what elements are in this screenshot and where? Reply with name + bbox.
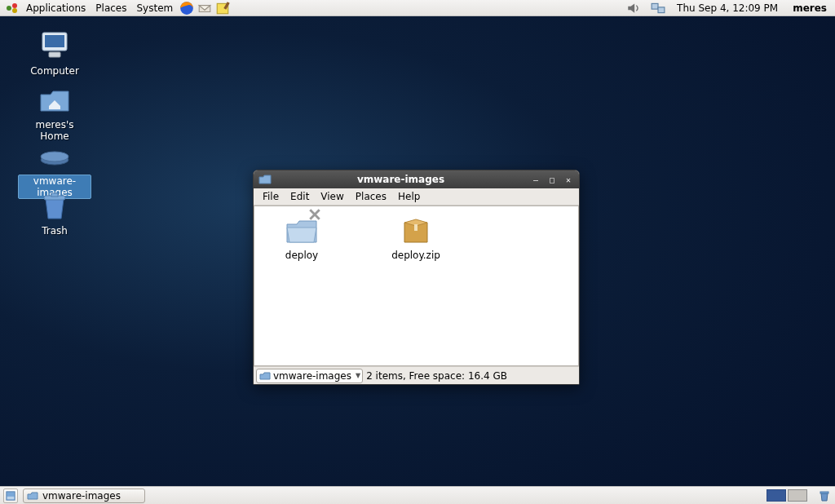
network-icon[interactable] (651, 1, 665, 15)
applications-menu[interactable]: Applications (21, 1, 91, 15)
desktop-icon-label: Computer (28, 65, 82, 77)
taskbar-button-label: vmware-images (42, 490, 121, 502)
workspace-2[interactable] (788, 489, 807, 502)
folder-icon (27, 490, 38, 502)
folder-icon (258, 173, 272, 186)
file-item-deploy-zip[interactable]: deploy.zip (383, 213, 448, 261)
svg-rect-17 (414, 224, 418, 231)
svg-rect-19 (7, 496, 15, 498)
menu-file[interactable]: File (257, 190, 285, 203)
home-folder-icon (38, 83, 72, 117)
window-menubar: File Edit View Places Help (254, 188, 579, 206)
menu-edit[interactable]: Edit (285, 190, 315, 203)
desktop-icon-home[interactable]: meres's Home (18, 83, 91, 142)
minimize-button[interactable]: — (530, 174, 541, 185)
status-text: 2 items, Free space: 16.4 GB (366, 370, 507, 382)
email-launcher[interactable] (197, 1, 212, 15)
desktop[interactable]: Computer meres's Home vmware-images Tras… (0, 16, 835, 486)
window-title: vmware-images (272, 174, 530, 185)
distro-icon (5, 1, 20, 15)
svg-rect-6 (652, 3, 658, 9)
volume-icon[interactable] (626, 1, 641, 15)
notes-launcher[interactable] (215, 1, 230, 15)
show-desktop-button[interactable] (3, 489, 18, 503)
drive-icon (38, 139, 72, 173)
desktop-icon-computer[interactable]: Computer (18, 29, 91, 77)
svg-rect-7 (658, 7, 665, 12)
chevron-down-icon: ▼ (354, 372, 360, 379)
top-panel: Applications Places System Thu Sep 4, 12… (0, 0, 835, 16)
path-selector-label: vmware-images (273, 370, 351, 382)
menu-view[interactable]: View (315, 190, 349, 203)
path-selector[interactable]: vmware-images ▼ (256, 369, 363, 383)
maximize-button[interactable]: □ (546, 174, 558, 185)
file-manager-window: vmware-images — □ ✕ File Edit View Place… (253, 170, 580, 385)
svg-point-12 (41, 152, 68, 161)
user-menu[interactable]: meres (788, 1, 832, 15)
svg-point-0 (7, 6, 11, 11)
svg-rect-9 (45, 35, 64, 47)
archive-icon (400, 213, 432, 247)
desktop-icon-trash[interactable]: Trash (18, 189, 91, 237)
window-statusbar: vmware-images ▼ 2 items, Free space: 16.… (254, 366, 579, 384)
file-item-deploy-folder[interactable]: deploy (269, 213, 334, 261)
panel-trash-applet[interactable] (817, 489, 832, 503)
svg-rect-20 (820, 492, 828, 493)
folder-icon (259, 370, 271, 382)
file-label: deploy.zip (391, 250, 440, 261)
close-button[interactable]: ✕ (563, 174, 574, 185)
menu-places[interactable]: Places (350, 190, 392, 203)
svg-rect-10 (49, 52, 60, 57)
workspace-1[interactable] (767, 489, 786, 502)
bottom-panel: vmware-images (0, 486, 835, 504)
svg-point-2 (12, 8, 17, 13)
desktop-icon-label: Trash (39, 225, 70, 237)
taskbar-button-vmware-images[interactable]: vmware-images (23, 489, 145, 503)
svg-point-1 (12, 3, 17, 8)
workspace-switcher (767, 489, 807, 502)
menu-help[interactable]: Help (392, 190, 426, 203)
svg-rect-14 (51, 193, 58, 197)
folder-icon (285, 213, 318, 247)
places-menu[interactable]: Places (91, 1, 131, 15)
file-view[interactable]: deploy deploy.zip (254, 206, 579, 366)
computer-icon (38, 29, 72, 64)
trash-icon (38, 189, 72, 223)
file-label: deploy (285, 250, 318, 261)
firefox-launcher[interactable] (179, 1, 194, 15)
window-titlebar[interactable]: vmware-images — □ ✕ (254, 170, 579, 188)
clock[interactable]: Thu Sep 4, 12:09 PM (674, 1, 781, 15)
system-menu[interactable]: System (131, 1, 178, 15)
